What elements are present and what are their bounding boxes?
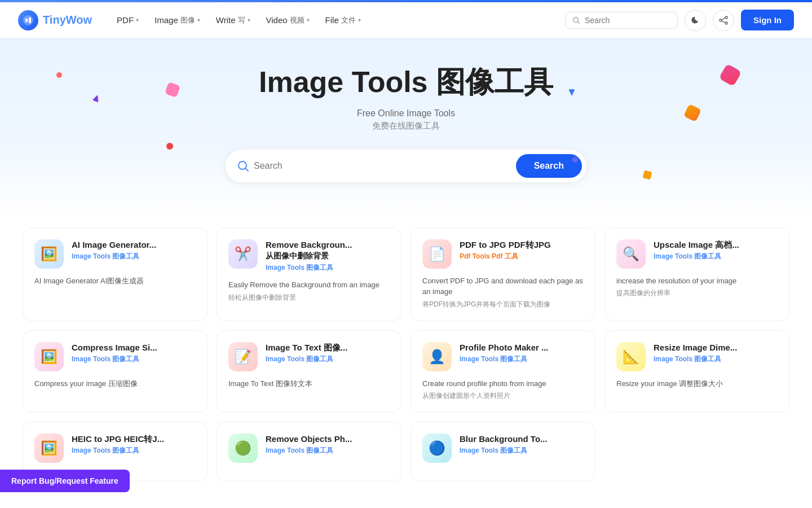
tool-category: Pdf Tools Pdf 工具 <box>460 252 551 261</box>
tool-info: Upscale Image 高档... Image Tools 图像工具 <box>654 239 739 262</box>
tool-category: Image Tools 图像工具 <box>266 354 347 364</box>
tool-icon: 🖼️ <box>34 433 64 463</box>
nav-search-bar[interactable] <box>565 12 678 29</box>
tool-category: Image Tools 图像工具 <box>72 446 164 456</box>
chevron-down-icon: ▾ <box>248 17 250 23</box>
tool-desc: Resize your image 调整图像大小 <box>616 378 778 389</box>
tool-card[interactable]: 📝 Image To Text 图像... Image Tools 图像工具 I… <box>217 330 401 413</box>
tool-category: Image Tools 图像工具 <box>654 252 739 261</box>
signin-button[interactable]: Sign In <box>741 10 794 30</box>
tool-icon: 🟢 <box>228 433 258 463</box>
tool-category: Image Tools 图像工具 <box>72 354 157 364</box>
tool-icon: 🔍 <box>616 239 646 269</box>
tool-info: Remove Backgroun... 从图像中删除背景 Image Tools… <box>266 239 352 273</box>
tool-desc: Compress your image 压缩图像 <box>34 378 196 389</box>
tool-card[interactable]: 👤 Profile Photo Maker ... Image Tools 图像… <box>411 330 595 413</box>
tool-info: Remove Objects Ph... Image Tools 图像工具 <box>266 433 352 456</box>
nav-item-image[interactable]: Image 图像 ▾ <box>148 11 207 30</box>
tool-card-header: 🖼️ Compress Image Si... Image Tools 图像工具 <box>34 342 196 371</box>
logo-icon <box>18 10 38 30</box>
tool-icon: 👤 <box>422 342 452 371</box>
share-icon <box>719 16 728 25</box>
tool-card[interactable]: 📐 Resize Image Dime... Image Tools 图像工具 … <box>604 330 789 413</box>
tool-icon: ✂️ <box>228 239 258 269</box>
tool-card-header: ✂️ Remove Backgroun... 从图像中删除背景 Image To… <box>228 239 390 273</box>
tool-desc: Convert PDF to JPG and download each pag… <box>422 275 584 297</box>
tool-desc: AI Image Generator AI图像生成器 <box>34 275 196 287</box>
tool-card-header: 👤 Profile Photo Maker ... Image Tools 图像… <box>422 342 584 371</box>
tool-title: Remove Objects Ph... <box>266 433 352 445</box>
tool-card[interactable]: 🟢 Remove Objects Ph... Image Tools 图像工具 <box>217 422 401 481</box>
tool-info: PDF to JPG PDF转JPG Pdf Tools Pdf 工具 <box>460 239 551 262</box>
svg-point-7 <box>725 22 727 24</box>
hero-title: Image Tools 图像工具 <box>11 65 801 99</box>
navbar: TinyWow PDF ▾ Image 图像 ▾ Write 写 ▾ Video… <box>0 2 812 38</box>
svg-line-8 <box>722 18 725 20</box>
deco-shape-4 <box>683 104 701 122</box>
tool-card[interactable]: 🖼️ AI Image Generator... Image Tools 图像工… <box>23 227 208 321</box>
tool-card[interactable]: ✂️ Remove Backgroun... 从图像中删除背景 Image To… <box>217 227 401 321</box>
deco-shape-1 <box>56 72 62 78</box>
tool-category: Image Tools 图像工具 <box>266 263 352 273</box>
hero-search-input[interactable] <box>254 161 516 171</box>
tool-desc-zh: 将PDF转换为JPG并将每个页面下载为图像 <box>422 300 584 309</box>
tool-info: Profile Photo Maker ... Image Tools 图像工具 <box>460 342 549 365</box>
tool-title: Compress Image Si... <box>72 342 157 353</box>
tool-title: PDF to JPG PDF转JPG <box>460 239 551 251</box>
logo-text: TinyWow <box>43 14 92 27</box>
moon-icon <box>691 16 700 25</box>
tool-category: Image Tools 图像工具 <box>460 354 549 364</box>
tool-desc: increase the resolution of your image <box>616 275 778 287</box>
tool-card[interactable]: 🔍 Upscale Image 高档... Image Tools 图像工具 i… <box>604 227 789 321</box>
svg-point-0 <box>23 15 33 25</box>
tool-card[interactable]: 🖼️ Compress Image Si... Image Tools 图像工具… <box>23 330 208 413</box>
svg-point-5 <box>725 16 727 19</box>
hero-search-icon <box>237 160 249 172</box>
tool-card-header: 🖼️ AI Image Generator... Image Tools 图像工… <box>34 239 196 269</box>
tool-card-header: 🖼️ HEIC to JPG HEIC转J... Image Tools 图像工… <box>34 433 196 463</box>
tool-card[interactable]: 📄 PDF to JPG PDF转JPG Pdf Tools Pdf 工具 Co… <box>411 227 595 321</box>
tool-card-header: 📄 PDF to JPG PDF转JPG Pdf Tools Pdf 工具 <box>422 239 584 269</box>
nav-item-video[interactable]: Video 视频 ▾ <box>259 11 316 30</box>
nav-links: PDF ▾ Image 图像 ▾ Write 写 ▾ Video 视频 ▾ Fi… <box>110 11 565 30</box>
theme-toggle-button[interactable] <box>685 10 706 31</box>
tool-title: HEIC to JPG HEIC转J... <box>72 433 164 445</box>
tool-card-header: 📝 Image To Text 图像... Image Tools 图像工具 <box>228 342 390 371</box>
tool-title: Blur Background To... <box>460 433 548 445</box>
tool-title: Resize Image Dime... <box>654 342 737 353</box>
share-button[interactable] <box>713 10 734 31</box>
tool-desc-zh: 轻松从图像中删除背景 <box>228 293 390 303</box>
hero-subtitle: Free Online Image Tools <box>11 108 801 119</box>
report-bug-button[interactable]: Report Bug/Request Feature <box>0 470 130 492</box>
hero-subtitle-zh: 免费在线图像工具 <box>11 121 801 132</box>
tool-category: Image Tools 图像工具 <box>266 446 352 456</box>
tool-desc: Image To Text 图像转文本 <box>228 378 390 389</box>
logo-link[interactable]: TinyWow <box>18 10 92 30</box>
chevron-down-icon: ▾ <box>136 17 139 23</box>
tool-title: Remove Backgroun... <box>266 239 352 251</box>
nav-item-write[interactable]: Write 写 ▾ <box>209 11 257 30</box>
tool-icon: 📄 <box>422 239 452 269</box>
chevron-down-icon: ▾ <box>307 17 310 23</box>
tool-icon: 🖼️ <box>34 239 64 269</box>
tool-card-header: 🔍 Upscale Image 高档... Image Tools 图像工具 <box>616 239 778 269</box>
tool-card[interactable]: 🔵 Blur Background To... Image Tools 图像工具 <box>411 422 595 481</box>
chevron-down-icon: ▾ <box>197 17 200 23</box>
search-icon <box>572 16 580 25</box>
nav-item-pdf[interactable]: PDF ▾ <box>110 11 145 29</box>
tool-icon: 📐 <box>616 342 646 371</box>
svg-rect-1 <box>25 19 28 22</box>
chevron-down-icon: ▾ <box>358 17 361 23</box>
hero-search-box: Search <box>226 150 586 182</box>
hero-search-button[interactable]: Search <box>516 154 582 178</box>
tool-title: AI Image Generator... <box>72 239 156 251</box>
svg-line-11 <box>246 168 249 171</box>
tools-grid: 🖼️ AI Image Generator... Image Tools 图像工… <box>23 227 789 481</box>
tool-icon: 🖼️ <box>34 342 64 371</box>
deco-shape-6 <box>166 143 173 150</box>
tool-category: Image Tools 图像工具 <box>460 446 548 456</box>
tool-icon: 📝 <box>228 342 258 371</box>
nav-search-input[interactable] <box>585 16 670 25</box>
tool-title: Profile Photo Maker ... <box>460 342 549 353</box>
nav-item-file[interactable]: File 文件 ▾ <box>319 11 368 30</box>
